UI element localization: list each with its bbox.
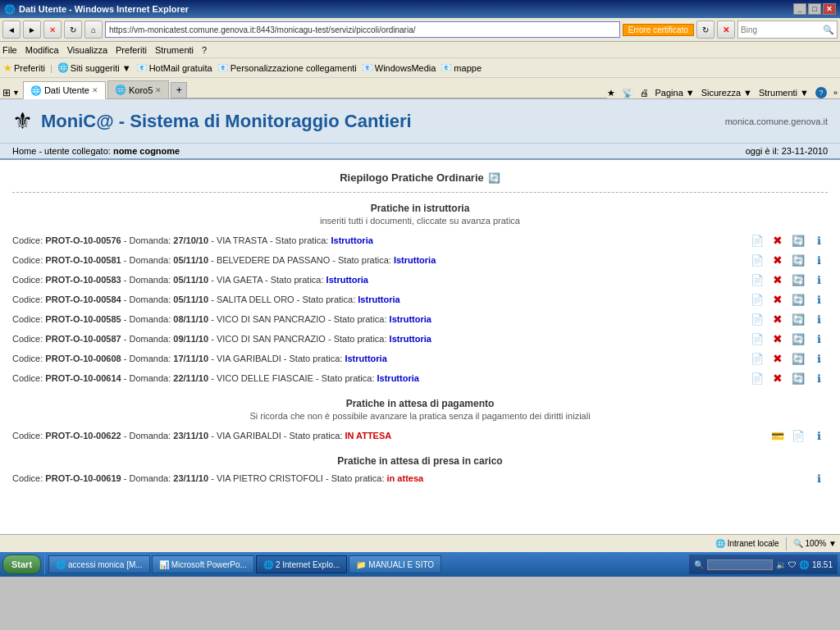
address-text: https://vm-monicatest.comune.genova.it:8… bbox=[109, 25, 616, 34]
close-button[interactable]: ✕ bbox=[823, 3, 836, 15]
taskbar-item-ie[interactable]: 🌐 2 Internet Explo... bbox=[256, 555, 347, 573]
fav-suggeriti-label: Siti suggeriti ▼ bbox=[71, 63, 131, 73]
help-icon[interactable]: ? bbox=[815, 87, 827, 98]
menu-modifica[interactable]: Modifica bbox=[25, 45, 59, 55]
view-doc-button[interactable]: 📄 bbox=[748, 311, 766, 327]
menu-help[interactable]: ? bbox=[202, 45, 207, 55]
taskbar-item-manuali[interactable]: 📁 MANUALI E SITO bbox=[349, 555, 441, 573]
tools-menu[interactable]: Strumenti ▼ bbox=[759, 88, 809, 98]
advance-button[interactable]: 🔄 bbox=[789, 311, 807, 327]
pay-button[interactable]: 💳 bbox=[769, 427, 787, 444]
advance-button[interactable]: 🔄 bbox=[789, 331, 807, 347]
browser-content[interactable]: ⚜ MoniC@ - Sistema di Monitoraggio Canti… bbox=[0, 99, 840, 534]
forward-button[interactable]: ► bbox=[23, 21, 41, 39]
minimize-button[interactable]: _ bbox=[793, 3, 806, 15]
tab-koro5[interactable]: 🌐 Koro5 ✕ bbox=[107, 80, 169, 98]
delete-button[interactable]: ✖ bbox=[769, 331, 787, 347]
info-button2[interactable]: ℹ bbox=[810, 427, 828, 444]
view-doc-button[interactable]: 📄 bbox=[748, 350, 766, 367]
tab-dropdown-icon[interactable]: ▼ bbox=[12, 89, 20, 97]
view-doc-button2[interactable]: 📄 bbox=[789, 427, 807, 444]
personal-icon: 📧 bbox=[217, 62, 229, 73]
delete-button[interactable]: ✖ bbox=[769, 350, 787, 367]
tray-search-input[interactable] bbox=[707, 559, 773, 570]
page-menu[interactable]: Pagina ▼ bbox=[655, 88, 695, 98]
menu-strumenti[interactable]: Strumenti bbox=[155, 45, 194, 55]
tab-dati-utente[interactable]: 🌐 Dati Utente ✕ bbox=[23, 81, 106, 99]
menu-preferiti[interactable]: Preferiti bbox=[116, 45, 147, 55]
start-button[interactable]: Start bbox=[2, 555, 41, 574]
record-text: Codice: PROT-O-10-00576 - Domanda: 27/10… bbox=[12, 235, 748, 245]
delete-button[interactable]: ✖ bbox=[769, 370, 787, 386]
print-icon[interactable]: 🖨 bbox=[640, 88, 649, 98]
fav-item-personal[interactable]: 📧 Personalizzazione collegamenti bbox=[217, 62, 357, 73]
table-row: Codice: PROT-O-10-00583 - Domanda: 05/11… bbox=[12, 270, 828, 290]
status-zoom: 🔍 100% ▼ bbox=[793, 539, 837, 548]
istruttoria-subtitle: inseriti tutti i documenti, cliccate su … bbox=[12, 216, 828, 231]
fav-item-suggeriti[interactable]: 🌐 Siti suggeriti ▼ bbox=[57, 62, 131, 73]
refresh-button[interactable]: ↻ bbox=[64, 21, 82, 39]
stop-button[interactable]: ✕ bbox=[43, 21, 62, 39]
fav-item-mappe[interactable]: 📧 mappe bbox=[441, 62, 482, 73]
delete-button[interactable]: ✖ bbox=[769, 291, 787, 308]
table-row: Codice: PROT-O-10-00614 - Domanda: 22/11… bbox=[12, 368, 828, 388]
menu-file[interactable]: File bbox=[2, 45, 17, 55]
info-button[interactable]: ℹ bbox=[810, 370, 828, 386]
info-button[interactable]: ℹ bbox=[810, 291, 828, 308]
window-controls[interactable]: _ □ ✕ bbox=[793, 3, 836, 15]
record-actions: 📄 ✖ 🔄 ℹ bbox=[748, 252, 828, 268]
view-doc-button[interactable]: 📄 bbox=[748, 232, 766, 249]
favorites-star[interactable]: ★ Preferiti bbox=[3, 62, 45, 74]
back-button[interactable]: ◄ bbox=[2, 21, 21, 39]
info-button[interactable]: ℹ bbox=[810, 350, 828, 367]
cert-error-button[interactable]: Errore certificato bbox=[623, 24, 694, 36]
tab-close-dati[interactable]: ✕ bbox=[92, 86, 98, 94]
advance-button[interactable]: 🔄 bbox=[789, 272, 807, 288]
fav-item-hotmail[interactable]: 📧 HotMail gratuita bbox=[136, 62, 212, 73]
zoom-icon: 🔍 bbox=[793, 539, 803, 548]
advance-button[interactable]: 🔄 bbox=[789, 252, 807, 268]
taskbar-label3: 2 Internet Explo... bbox=[276, 560, 340, 569]
rss-icon[interactable]: 📡 bbox=[622, 88, 633, 98]
view-doc-button[interactable]: 📄 bbox=[748, 331, 766, 347]
view-doc-button[interactable]: 📄 bbox=[748, 370, 766, 386]
delete-button[interactable]: ✖ bbox=[769, 311, 787, 327]
security-menu[interactable]: Sicurezza ▼ bbox=[701, 88, 752, 98]
info-button[interactable]: ℹ bbox=[810, 252, 828, 268]
delete-button[interactable]: ✖ bbox=[769, 252, 787, 268]
delete-button[interactable]: ✖ bbox=[769, 232, 787, 249]
info-button3[interactable]: ℹ bbox=[810, 470, 828, 486]
info-button[interactable]: ℹ bbox=[810, 311, 828, 327]
view-doc-button[interactable]: 📄 bbox=[748, 272, 766, 288]
home-button[interactable]: ⌂ bbox=[84, 21, 103, 39]
view-doc-button[interactable]: 📄 bbox=[748, 291, 766, 308]
advance-button[interactable]: 🔄 bbox=[789, 350, 807, 367]
info-button[interactable]: ℹ bbox=[810, 331, 828, 347]
search-input[interactable] bbox=[738, 21, 820, 38]
advance-button[interactable]: 🔄 bbox=[789, 232, 807, 249]
fav-item-windows-media[interactable]: 📧 WindowsMedia bbox=[362, 62, 436, 73]
advance-button[interactable]: 🔄 bbox=[789, 370, 807, 386]
menu-visualizza[interactable]: Visualizza bbox=[67, 45, 107, 55]
info-button[interactable]: ℹ bbox=[810, 232, 828, 249]
delete-button[interactable]: ✖ bbox=[769, 272, 787, 288]
taskbar-item-powerpoint[interactable]: 📊 Microsoft PowerPo... bbox=[152, 555, 254, 573]
new-tab-button[interactable]: + bbox=[171, 82, 187, 98]
table-row: Codice: PROT-O-10-00585 - Domanda: 08/11… bbox=[12, 309, 828, 329]
expand-icon[interactable]: » bbox=[833, 89, 838, 97]
refresh-icon[interactable]: 🔄 bbox=[488, 172, 500, 184]
info-button[interactable]: ℹ bbox=[810, 272, 828, 288]
address-bar[interactable]: https://vm-monicatest.comune.genova.it:8… bbox=[105, 21, 620, 38]
fav-star2-icon[interactable]: ★ bbox=[607, 88, 615, 98]
zone-label: Intranet locale bbox=[728, 539, 779, 548]
advance-button[interactable]: 🔄 bbox=[789, 291, 807, 308]
search-icon[interactable]: 🔍 bbox=[820, 25, 837, 35]
zoom-dropdown[interactable]: ▼ bbox=[829, 539, 837, 548]
tab-grid-icon: ⊞ bbox=[2, 87, 11, 98]
nav-go-button[interactable]: ↻ bbox=[696, 21, 714, 39]
maximize-button[interactable]: □ bbox=[808, 3, 821, 15]
view-doc-button[interactable]: 📄 bbox=[748, 252, 766, 268]
stop2-button[interactable]: ✕ bbox=[717, 21, 735, 39]
taskbar-item-accessi[interactable]: 🌐 accessi monica [M... bbox=[48, 555, 150, 573]
tab-close-koro[interactable]: ✕ bbox=[155, 86, 162, 94]
